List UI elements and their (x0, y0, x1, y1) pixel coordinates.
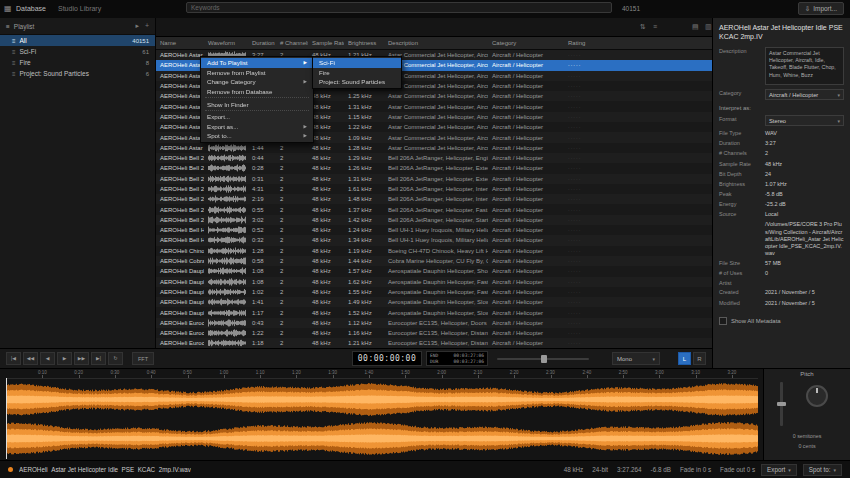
column-header-brightness[interactable]: Brightness (344, 40, 384, 46)
import-button[interactable]: ⇩ Import... (798, 2, 844, 15)
sidebar-item-sci-fi[interactable]: ≡Sci-Fi61 (0, 46, 155, 57)
samplerate-cell: 48 kHz (308, 235, 344, 245)
channel-mode-dropdown[interactable]: Mono ▾ (612, 352, 660, 365)
menu-item-export-as[interactable]: Export as...▶ (201, 122, 313, 132)
folder-icon[interactable]: ▸ (135, 22, 139, 30)
grid-icon[interactable]: ▦ (4, 4, 12, 13)
right-channel-button[interactable]: R (693, 352, 706, 365)
ruler-tick (296, 375, 297, 378)
table-row[interactable]: AEROHeli Bell 206 Interior Fligh...4:312… (156, 184, 712, 194)
rewind-button[interactable]: ◀◀ (23, 352, 38, 365)
menu-item-spot-to[interactable]: Spot to...▶ (201, 131, 313, 141)
field-label: # Channels (719, 150, 765, 157)
duration-cell: 0:31 (248, 174, 276, 184)
skip-end-button[interactable]: ▶| (91, 352, 106, 365)
column-header-sample-rate[interactable]: Sample Rate (308, 40, 344, 46)
show-all-metadata[interactable]: Show All Metadata (719, 317, 844, 325)
menu-item-remove-from-database[interactable]: Remove from Database (201, 87, 313, 97)
top-bar: ▦ Database Studio Library 40151 ⇩ Import… (0, 0, 850, 19)
pitch-slider[interactable] (780, 382, 783, 426)
submenu-item-project-sound-particles[interactable]: Project: Sound Particles (313, 77, 401, 87)
rating-cell: ····· (564, 132, 624, 142)
category-dropdown[interactable]: Aircraft / Helicopter ▾ (765, 89, 844, 100)
samplerate-cell: 48 kHz (308, 307, 344, 317)
pitch-slider-knob[interactable] (777, 402, 786, 406)
sidebar-item-project-sound-particles[interactable]: ≡Project: Sound Particles6 (0, 68, 155, 79)
fft-button[interactable]: FFT (132, 352, 154, 365)
playhead[interactable] (6, 378, 7, 459)
left-channel-button[interactable]: L (678, 352, 691, 365)
list-view-icon[interactable]: ≡ (653, 23, 657, 30)
volume-slider-knob[interactable] (541, 355, 547, 363)
ruler-tick-label: 2:50 (619, 370, 628, 375)
fast-forward-button[interactable]: ▶▶ (74, 352, 89, 365)
table-row[interactable]: AEROHeli Cobra Marine Fly Ove...0:58248 … (156, 256, 712, 266)
volume-slider[interactable] (497, 358, 589, 360)
column-header-description[interactable]: Description (384, 40, 488, 46)
sidebar-item-all[interactable]: ≡All40151 (0, 35, 155, 46)
skip-start-button[interactable]: |◀ (6, 352, 21, 365)
table-row[interactable]: AEROHeli Astar Jet Helicopter...1:44248 … (156, 143, 712, 153)
play-reverse-button[interactable]: ◀ (40, 352, 55, 365)
menu-item-export[interactable]: Export... (201, 112, 313, 122)
spot-to-dropdown[interactable]: Spot to: ▾ (803, 464, 842, 476)
table-row[interactable]: AEROHeli Bell 206 Door PSE KC...0:28248 … (156, 163, 712, 173)
rating-cell: ····· (564, 194, 624, 204)
table-row[interactable]: AEROHeli Dauphin Fly By 02 ST...1:02248 … (156, 287, 712, 297)
grid-view-icon[interactable]: ▥ (705, 23, 712, 31)
column-header-duration[interactable]: Duration (248, 40, 276, 46)
table-row[interactable]: AEROHeli Eurocopter Doors Op...0:43248 k… (156, 318, 712, 328)
duration-cell: 3:02 (248, 215, 276, 225)
brightness-cell: 1.29 kHz (344, 153, 384, 163)
main-waveform[interactable] (6, 380, 758, 458)
table-row[interactable]: AEROHeli Dauphin Approach fly...1:08248 … (156, 266, 712, 276)
waveform-area[interactable]: 0:100:200:300:400:501:001:101:201:301:40… (0, 368, 763, 460)
column-header-channels[interactable]: # Channels (276, 40, 308, 46)
table-row[interactable]: AEROHeli Chinook 47D Hi Land...1:28248 k… (156, 246, 712, 256)
table-row[interactable]: AEROHeli Bell 206 Alarm PSE K...0:44248 … (156, 153, 712, 163)
search-input[interactable] (186, 2, 612, 13)
table-row[interactable]: AEROHeli Dauphin Slow Fly By...1:41248 k… (156, 297, 712, 307)
menu-item-show-in-finder[interactable]: Show In Finder (201, 99, 313, 109)
library-name[interactable]: Studio Library (58, 5, 101, 12)
brightness-cell: 1.28 kHz (344, 143, 384, 153)
table-row[interactable]: AEROHeli Dauphin Slow Fly By...1:17248 k… (156, 307, 712, 317)
table-row[interactable]: AEROHeli Bell Huey Hi: Over St...0:32248… (156, 235, 712, 245)
duration-cell: 1:28 (248, 246, 276, 256)
category-cell: Aircraft / Helicopter (488, 225, 564, 235)
add-playlist-icon[interactable]: + (145, 22, 149, 30)
export-dropdown[interactable]: Export ▾ (761, 464, 797, 476)
submenu-item-fire[interactable]: Fire (313, 68, 401, 78)
name-cell: AEROHeli Dauphin Approach fly... (156, 266, 204, 276)
context-menu: Add To Playlist▶Remove from PlaylistChan… (200, 56, 314, 143)
description-cell: Bell 206A JetRanger, Helicopter, Interio… (384, 184, 488, 194)
pitch-knob[interactable] (806, 385, 828, 407)
table-row[interactable]: AEROHeli Eurocopter Fly By 01...1:22248 … (156, 328, 712, 338)
timeline-ruler[interactable]: 0:100:200:300:400:501:001:101:201:301:40… (6, 369, 758, 379)
table-row[interactable]: AEROHeli Bell Huey Hi: Mad Fly...0:52248… (156, 225, 712, 235)
column-header-rating[interactable]: Rating (564, 40, 624, 46)
column-header-category[interactable]: Category (488, 40, 564, 46)
format-dropdown[interactable]: Stereo ▾ (765, 115, 844, 126)
submenu-item-sci-fi[interactable]: Sci-Fi (313, 58, 401, 68)
samplerate-cell: 48 kHz (308, 215, 344, 225)
description-field[interactable]: Astar Commercial Jet Helicopter, Aircraf… (765, 47, 844, 85)
menu-item-add-to-playlist[interactable]: Add To Playlist▶ (201, 58, 313, 68)
column-header-waveform[interactable]: Waveform (204, 40, 248, 46)
table-row[interactable]: AEROHeli Eurocopter Fly By 02...1:18248 … (156, 338, 712, 348)
play-button[interactable]: ▶ (57, 352, 72, 365)
table-row[interactable]: AEROHeli Bell 206 Door PSE KC...0:31248 … (156, 174, 712, 184)
menu-item-change-category[interactable]: Change Category▶ (201, 77, 313, 87)
ruler-tick-label: 2:10 (474, 370, 483, 375)
column-header-name[interactable]: Name (156, 40, 204, 46)
table-row[interactable]: AEROHeli Bell 206 Start Up PSE...3:02248… (156, 215, 712, 225)
sort-icon[interactable]: ⇅ (640, 23, 646, 31)
loop-button[interactable]: ↻ (108, 352, 123, 365)
menu-item-remove-from-playlist[interactable]: Remove from Playlist (201, 68, 313, 78)
table-row[interactable]: AEROHeli Dauphin Fly By 01 ST...1:08248 … (156, 277, 712, 287)
table-row[interactable]: AEROHeli Bell 206 Interior Full F...2:19… (156, 194, 712, 204)
sidebar-item-fire[interactable]: ≡Fire8 (0, 57, 155, 68)
waveform-view-icon[interactable]: ▤ (692, 23, 699, 31)
checkbox[interactable] (719, 317, 727, 325)
table-row[interactable]: AEROHeli Bell 206 Low Fast Fly...0:55248… (156, 204, 712, 214)
